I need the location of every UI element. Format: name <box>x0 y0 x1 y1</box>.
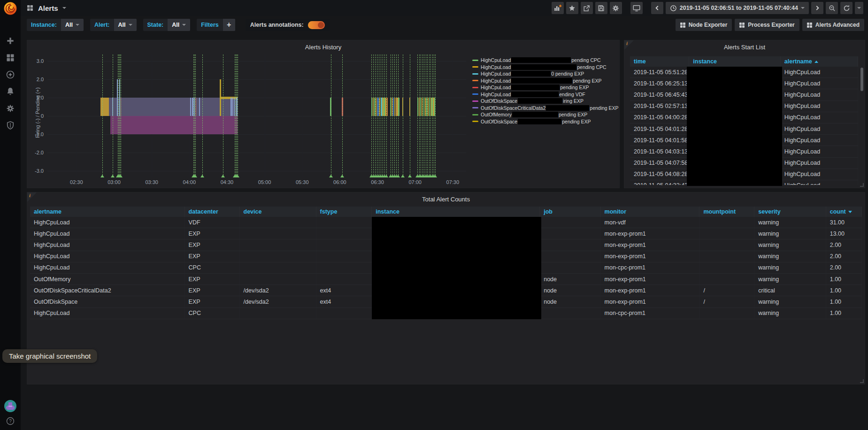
server-admin-menu-item[interactable] <box>5 120 15 131</box>
refresh-interval-dropdown[interactable] <box>855 2 863 14</box>
column-header-mountpoint[interactable]: mountpoint <box>699 207 754 217</box>
zoom-out-time-button[interactable] <box>826 2 838 14</box>
alerting-menu-item[interactable] <box>5 86 15 97</box>
column-header-device[interactable]: device <box>240 207 316 217</box>
dashboard-title-caret-icon[interactable] <box>62 7 66 9</box>
time-shift-forward-button[interactable] <box>811 2 823 14</box>
share-dashboard-button[interactable] <box>581 2 593 14</box>
legend-series-name[interactable]: OutOfDiskSpace <box>481 98 517 104</box>
cell-monitor: mon-exp-prom1 <box>601 239 700 250</box>
alerts-start-list-panel-title[interactable]: Alerts Start List <box>624 40 865 51</box>
instance-filter-value[interactable]: All <box>61 19 84 31</box>
cell-mountpoint <box>699 228 754 239</box>
annotation-marker-icon[interactable] <box>329 175 333 177</box>
dashboard-settings-button[interactable] <box>610 2 622 14</box>
annotation-marker-icon[interactable] <box>111 175 115 177</box>
cell-job: node <box>540 296 600 307</box>
save-dashboard-button[interactable] <box>595 2 607 14</box>
annotation-marker-icon[interactable] <box>193 175 197 177</box>
alerts-history-panel-title[interactable]: Alerts History <box>27 40 619 51</box>
configuration-menu-item[interactable] <box>5 103 15 114</box>
legend-color-dash[interactable] <box>472 100 478 102</box>
legend-series-name[interactable]: OutOfDiskSpaceCriticalData2 <box>481 105 545 111</box>
annotation-marker-icon[interactable] <box>433 175 437 177</box>
add-filter-button[interactable]: + <box>223 19 235 31</box>
annotation-marker-icon[interactable] <box>200 175 204 177</box>
column-header-fstype[interactable]: fstype <box>316 207 372 217</box>
column-header-instance[interactable]: instance <box>372 207 540 217</box>
legend-color-dash[interactable] <box>472 60 478 61</box>
legend-series-suffix: ending VDF <box>559 92 585 97</box>
panel-resize-handle[interactable] <box>860 183 864 187</box>
sort-asc-icon <box>814 61 818 63</box>
legend-series-name[interactable]: OutOfMemory <box>481 112 512 117</box>
annotation-marker-icon[interactable] <box>100 175 104 177</box>
legend-color-dash[interactable] <box>472 87 478 88</box>
grafana-logo[interactable] <box>3 1 17 15</box>
link-node-exporter[interactable]: Node Exporter <box>676 19 732 31</box>
explore-menu-item[interactable] <box>5 69 15 80</box>
chart-band <box>232 98 233 116</box>
legend-series-name[interactable]: HighCpuLoad <box>481 71 511 77</box>
column-header-job[interactable]: job <box>540 207 600 217</box>
panel-resize-handle[interactable] <box>860 379 864 383</box>
legend-color-dash[interactable] <box>472 73 478 75</box>
panel-info-corner[interactable] <box>27 192 37 202</box>
annotation-marker-icon[interactable] <box>408 175 412 177</box>
dashboard-title[interactable]: Alerts <box>38 4 58 12</box>
legend-color-dash[interactable] <box>472 93 478 95</box>
link-process-exporter[interactable]: Process Exporter <box>735 19 799 31</box>
column-header-instance[interactable]: instance <box>689 56 780 67</box>
annotation-line <box>383 54 383 177</box>
annotation-marker-icon[interactable] <box>236 175 239 177</box>
legend-color-dash[interactable] <box>472 114 478 115</box>
annotations-toggle[interactable] <box>308 21 325 29</box>
time-shift-back-button[interactable] <box>651 2 663 14</box>
legend-color-dash[interactable] <box>472 121 478 122</box>
time-range-picker[interactable]: 2019-11-05 02:06:51 to 2019-11-05 07:40:… <box>666 2 809 14</box>
annotation-marker-icon[interactable] <box>401 175 405 177</box>
column-header-count[interactable]: count <box>826 207 862 217</box>
annotation-marker-icon[interactable] <box>119 175 123 177</box>
panel-info-corner[interactable] <box>624 40 634 50</box>
dashboards-menu-item[interactable] <box>5 53 15 63</box>
refresh-button[interactable] <box>840 2 853 14</box>
link-alerts-advanced[interactable]: Alerts Advanced <box>802 19 864 31</box>
legend-color-dash[interactable] <box>472 107 478 108</box>
legend-color-dash[interactable] <box>472 80 478 81</box>
gridline <box>47 153 466 153</box>
cycle-view-mode-button[interactable] <box>630 2 643 14</box>
cell-fstype <box>316 228 372 239</box>
legend-color-dash[interactable] <box>472 66 478 68</box>
star-dashboard-button[interactable] <box>566 2 578 14</box>
alert-filter-value[interactable]: All <box>114 19 137 31</box>
refresh-icon <box>843 4 851 12</box>
legend-series-name[interactable]: HighCpuLoad <box>481 57 511 63</box>
create-menu-item[interactable] <box>5 36 15 46</box>
explore-compass-icon <box>6 70 15 79</box>
column-header-time[interactable]: time <box>630 56 689 67</box>
legend-series-name[interactable]: HighCpuLoad <box>481 64 511 70</box>
state-filter-value[interactable]: All <box>168 19 190 31</box>
total-alert-counts-panel-title[interactable]: Total Alert Counts <box>27 192 865 203</box>
alerts-history-plot[interactable] <box>47 54 466 177</box>
table-scrollbar[interactable] <box>860 68 863 91</box>
add-panel-button[interactable] <box>552 2 564 14</box>
column-header-datacenter[interactable]: datacenter <box>185 207 240 217</box>
help-item[interactable]: ? <box>5 416 15 426</box>
column-header-alertname[interactable]: alertname <box>781 56 858 67</box>
legend-series-name[interactable]: OutOfDiskSpace <box>481 119 517 124</box>
legend-series-name[interactable]: HighCpuLoad <box>481 78 511 84</box>
annotation-marker-icon[interactable] <box>221 175 225 177</box>
legend-series-name[interactable]: HighCpuLoad <box>481 92 511 97</box>
legend-series-name[interactable]: HighCpuLoad <box>481 84 511 90</box>
column-header-monitor[interactable]: monitor <box>601 207 700 217</box>
user-profile-item[interactable] <box>5 401 15 411</box>
legend-series-suffix: iring EXP <box>563 98 584 104</box>
column-header-alertname[interactable]: alertname <box>30 207 185 217</box>
annotation-marker-icon[interactable] <box>396 175 400 177</box>
annotation-marker-icon[interactable] <box>340 175 344 177</box>
annotation-marker-icon[interactable] <box>384 175 388 177</box>
column-header-severity[interactable]: severity <box>754 207 826 217</box>
x-tick-label: 03:30 <box>145 179 158 185</box>
